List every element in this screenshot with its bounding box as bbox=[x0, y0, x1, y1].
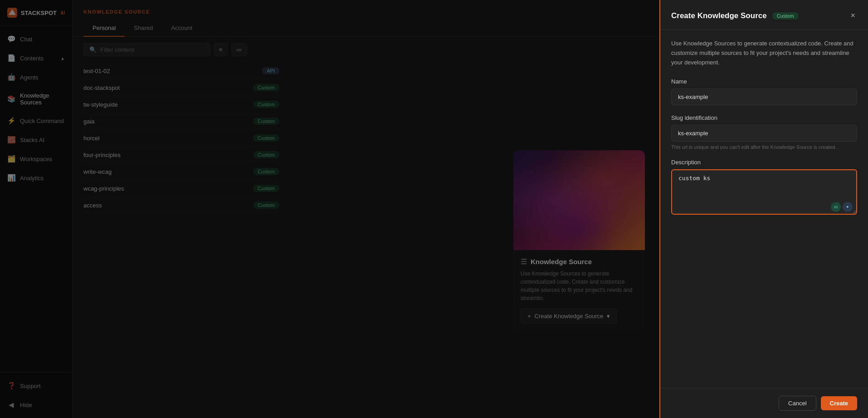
modal-description: Use Knowledge Sources to generate contex… bbox=[671, 39, 857, 67]
desc-textarea-wrapper: AI ✦ bbox=[671, 169, 857, 216]
name-input[interactable] bbox=[671, 89, 857, 105]
form-desc-group: Description AI ✦ bbox=[671, 159, 857, 216]
name-label: Name bbox=[671, 78, 857, 85]
desc-textarea[interactable] bbox=[671, 169, 857, 215]
ai-badge-1: AI bbox=[831, 202, 841, 212]
modal-header: Create Knowledge Source Custom × bbox=[660, 0, 868, 30]
modal-title-row: Create Knowledge Source Custom bbox=[671, 11, 799, 20]
slug-input[interactable] bbox=[671, 125, 857, 142]
ai-badge-2: ✦ bbox=[843, 202, 853, 212]
create-button[interactable]: Create bbox=[821, 396, 857, 410]
modal-badge: Custom bbox=[772, 12, 799, 20]
form-name-group: Name bbox=[671, 78, 857, 105]
modal-panel: Create Knowledge Source Custom × Use Kno… bbox=[659, 0, 868, 418]
cancel-button[interactable]: Cancel bbox=[779, 396, 816, 411]
modal-title: Create Knowledge Source bbox=[671, 11, 767, 20]
modal-footer: Cancel Create bbox=[660, 388, 868, 418]
modal-close-button[interactable]: × bbox=[848, 9, 857, 22]
slug-label: Slug identification bbox=[671, 114, 857, 121]
modal-body: Use Knowledge Sources to generate contex… bbox=[660, 30, 868, 388]
desc-label: Description bbox=[671, 159, 857, 166]
form-slug-group: Slug identification This url is unique a… bbox=[671, 114, 857, 150]
ai-icon-group: AI ✦ bbox=[831, 202, 853, 212]
slug-hint: This url is unique and you can't edit af… bbox=[671, 144, 857, 150]
